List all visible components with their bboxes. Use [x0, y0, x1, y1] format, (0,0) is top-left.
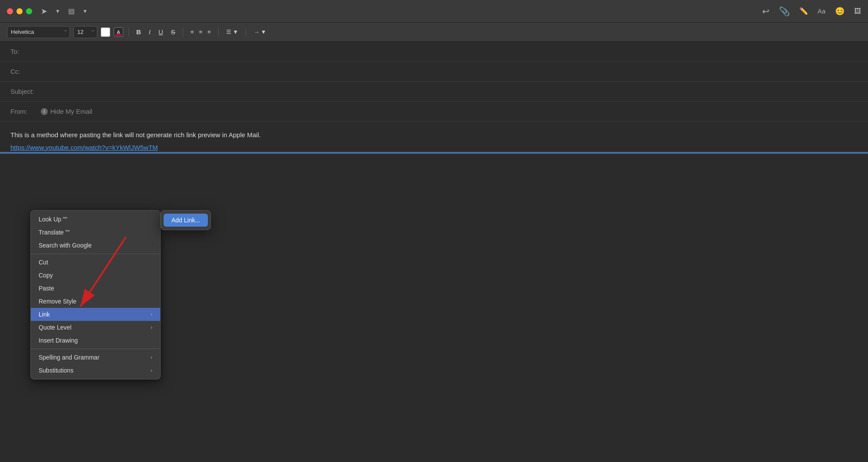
compose-icon[interactable]: ▤ — [68, 7, 75, 15]
menu-item-lookup-label: Look Up "" — [39, 216, 67, 223]
subject-input[interactable] — [41, 88, 858, 95]
body-text: This is a method where pasting the link … — [10, 130, 858, 140]
menu-item-insert-drawing-label: Insert Drawing — [39, 337, 78, 344]
separator-2 — [183, 28, 183, 36]
emoji-icon[interactable]: 😊 — [835, 7, 845, 16]
menu-item-quote-level-label: Quote Level — [39, 324, 72, 331]
align-left-button[interactable]: ≡ — [188, 26, 196, 38]
chevron-right-icon: › — [151, 311, 152, 317]
menu-separator-1 — [31, 254, 160, 254]
edit-icon[interactable]: ✏️ — [799, 7, 808, 15]
menu-item-spelling[interactable]: Spelling and Grammar › — [31, 351, 160, 364]
hide-my-email-option[interactable]: i Hide My Email — [41, 108, 92, 115]
menu-item-cut[interactable]: Cut — [31, 256, 160, 269]
separator-3 — [218, 28, 219, 36]
font-selector[interactable]: Helvetica Arial Times New Roman — [7, 26, 70, 38]
hide-my-email-label: Hide My Email — [50, 108, 92, 115]
compose-area: To: Cc: Subject: From: i Hide My Email T… — [0, 42, 868, 462]
menu-item-search-google[interactable]: Search with Google — [31, 239, 160, 252]
menu-item-remove-style-label: Remove Style — [39, 298, 76, 305]
titlebar-right-icons: ↩ 📎 ✏️ Aa 😊 🖼 — [762, 6, 861, 16]
strikethrough-button[interactable]: S — [169, 26, 178, 38]
menu-item-paste-label: Paste — [39, 285, 54, 292]
attachment-icon[interactable]: 📎 — [779, 6, 790, 16]
menu-item-search-google-label: Search with Google — [39, 242, 92, 249]
font-icon[interactable]: Aa — [818, 7, 825, 15]
chevron-right-icon-2: › — [151, 324, 152, 330]
menu-item-remove-style[interactable]: Remove Style — [31, 295, 160, 308]
font-size-wrap[interactable]: 12 10 14 16 — [73, 26, 97, 38]
menu-separator-2 — [31, 349, 160, 349]
to-field: To: — [0, 42, 868, 62]
bold-button[interactable]: B — [134, 26, 143, 38]
separator-1 — [128, 28, 129, 36]
chevron-right-icon-4: › — [151, 367, 152, 373]
indent-button[interactable]: → ▼ — [251, 26, 268, 38]
font-selector-wrap[interactable]: Helvetica Arial Times New Roman — [7, 26, 70, 38]
close-button[interactable] — [7, 8, 13, 14]
menu-item-substitutions[interactable]: Substitutions › — [31, 364, 160, 377]
titlebar-left-icons: ➤ ▼ ▤ ▼ — [41, 7, 762, 16]
chevron-right-icon-3: › — [151, 354, 152, 360]
formatting-toolbar: Helvetica Arial Times New Roman 12 10 14… — [0, 23, 868, 42]
body-link[interactable]: https://www.youtube.com/watch?v=kYkWlJW5… — [10, 144, 858, 151]
menu-item-copy-label: Copy — [39, 272, 53, 279]
to-input[interactable] — [41, 48, 858, 55]
subject-label: Subject: — [10, 88, 41, 95]
menu-item-lookup[interactable]: Look Up "" — [31, 213, 160, 226]
info-icon: i — [41, 108, 48, 115]
menu-item-copy[interactable]: Copy — [31, 269, 160, 282]
menu-item-insert-drawing[interactable]: Insert Drawing — [31, 334, 160, 347]
cc-label: Cc: — [10, 68, 41, 75]
list-button[interactable]: ☰ ▼ — [224, 26, 240, 38]
minimize-button[interactable] — [16, 8, 23, 14]
menu-item-link-label: Link — [39, 311, 50, 318]
compose-dropdown-icon[interactable]: ▼ — [82, 8, 88, 14]
from-label: From: — [10, 108, 41, 115]
align-group: ≡ ≡ ≡ — [188, 26, 213, 38]
menu-item-spelling-label: Spelling and Grammar — [39, 354, 99, 361]
font-size-selector[interactable]: 12 10 14 16 — [73, 26, 97, 38]
reply-icon[interactable]: ↩ — [762, 6, 769, 16]
menu-item-quote-level[interactable]: Quote Level › — [31, 321, 160, 334]
add-link-button[interactable]: Add Link... — [164, 214, 208, 227]
align-center-button[interactable]: ≡ — [197, 26, 204, 38]
dropdown-arrow-icon[interactable]: ▼ — [55, 8, 60, 14]
to-label: To: — [10, 48, 41, 55]
menu-item-substitutions-label: Substitutions — [39, 367, 73, 374]
body-area[interactable]: This is a method where pasting the link … — [0, 122, 868, 162]
menu-item-translate-label: Translate "" — [39, 229, 70, 236]
subject-field: Subject: — [0, 82, 868, 102]
menu-item-translate[interactable]: Translate "" — [31, 226, 160, 239]
italic-button[interactable]: I — [147, 26, 153, 38]
menu-item-link[interactable]: Link › — [31, 308, 160, 321]
from-field: From: i Hide My Email — [0, 102, 868, 122]
link-submenu: Add Link... — [161, 210, 211, 230]
separator-4 — [246, 28, 246, 36]
menu-item-paste[interactable]: Paste — [31, 282, 160, 295]
text-color-swatch[interactable] — [101, 27, 110, 37]
maximize-button[interactable] — [26, 8, 32, 14]
send-icon[interactable]: ➤ — [41, 7, 47, 16]
underline-button[interactable]: U — [156, 26, 165, 38]
image-icon[interactable]: 🖼 — [854, 7, 861, 15]
titlebar: ➤ ▼ ▤ ▼ ↩ 📎 ✏️ Aa 😊 🖼 — [0, 0, 868, 23]
selection-highlight — [0, 152, 868, 154]
align-right-button[interactable]: ≡ — [205, 26, 213, 38]
cc-field: Cc: — [0, 62, 868, 82]
highlight-color-swatch[interactable]: A — [114, 27, 123, 37]
menu-item-cut-label: Cut — [39, 259, 48, 266]
context-menu: Look Up "" Translate "" Search with Goog… — [30, 210, 161, 380]
traffic-lights — [7, 8, 32, 14]
cc-input[interactable] — [41, 68, 858, 75]
